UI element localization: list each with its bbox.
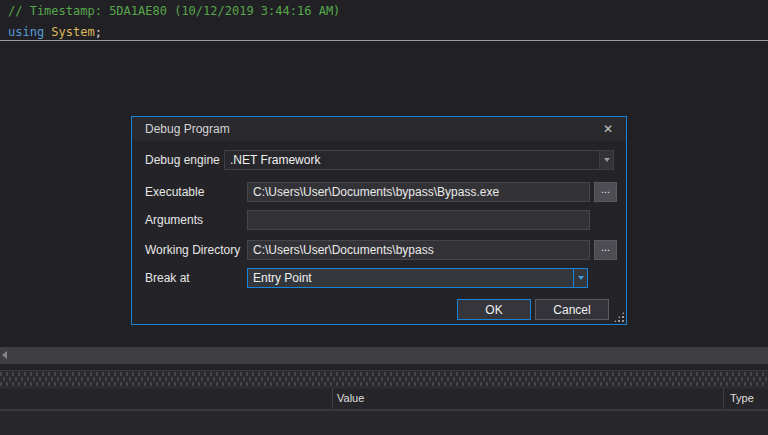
break-at-value: Entry Point — [248, 269, 573, 287]
chevron-down-icon[interactable] — [599, 151, 613, 169]
working-directory-input[interactable] — [247, 240, 590, 260]
code-punctuation: ; — [95, 25, 102, 39]
executable-browse-button[interactable]: ... — [594, 182, 617, 202]
working-directory-browse-button[interactable]: ... — [594, 240, 617, 260]
dialog-title: Debug Program — [145, 117, 230, 141]
arguments-input[interactable] — [247, 210, 590, 230]
code-namespace: System — [44, 25, 95, 39]
debug-engine-select[interactable]: .NET Framework — [224, 150, 614, 170]
arguments-label: Arguments — [145, 210, 203, 230]
column-header-type[interactable]: Type — [730, 388, 754, 409]
locals-column-header: Value Type — [0, 387, 768, 411]
executable-label: Executable — [145, 182, 204, 202]
ok-button[interactable]: OK — [457, 299, 531, 320]
debug-program-dialog: Debug Program ✕ Debug engine .NET Framew… — [131, 116, 627, 325]
horizontal-scrollbar[interactable] — [0, 347, 768, 364]
debug-engine-label: Debug engine — [145, 150, 220, 170]
app-window: // Timestamp: 5DA1AE80 (10/12/2019 3:44:… — [0, 0, 768, 435]
debug-engine-value: .NET Framework — [225, 151, 599, 169]
code-keyword: using — [8, 25, 44, 39]
locals-panel-body[interactable] — [0, 411, 768, 435]
working-directory-label: Working Directory — [145, 240, 240, 260]
break-at-select[interactable]: Entry Point — [247, 268, 588, 288]
close-icon[interactable]: ✕ — [598, 120, 618, 138]
dialog-titlebar[interactable]: Debug Program ✕ — [132, 117, 626, 141]
break-at-label: Break at — [145, 268, 190, 288]
column-separator[interactable] — [723, 388, 724, 409]
cancel-button[interactable]: Cancel — [535, 299, 609, 320]
scroll-left-icon[interactable] — [2, 351, 7, 359]
line-separator — [0, 40, 768, 41]
column-header-value[interactable]: Value — [337, 388, 364, 409]
executable-input[interactable] — [247, 182, 590, 202]
chevron-down-icon[interactable] — [573, 269, 587, 287]
code-comment-line: // Timestamp: 5DA1AE80 (10/12/2019 3:44:… — [8, 4, 340, 18]
code-using-line: using System; — [8, 25, 102, 39]
panel-grip-texture — [0, 370, 768, 387]
column-separator[interactable] — [332, 388, 333, 409]
resize-grip-icon[interactable] — [613, 311, 625, 323]
